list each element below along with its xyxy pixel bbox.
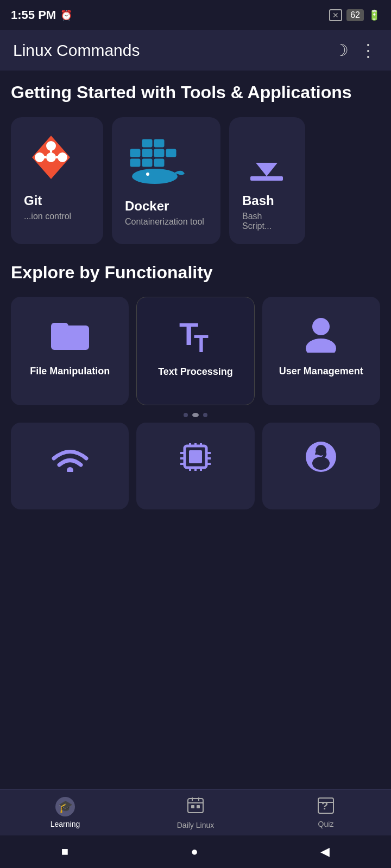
svg-rect-50	[191, 805, 194, 808]
func-card-network[interactable]	[11, 423, 129, 509]
stop-button[interactable]: ■	[61, 845, 68, 859]
docker-desc: Containerization tool	[125, 217, 204, 227]
func-card-text-processing[interactable]: T T Text Processing	[136, 297, 254, 405]
docker-icon	[125, 130, 190, 190]
tool-card-docker[interactable]: Docker Containerization tool	[112, 117, 220, 244]
svg-point-44	[316, 445, 326, 456]
battery-x-icon: ✕	[329, 9, 342, 21]
nav-item-learning[interactable]: 🎓 Learning	[0, 797, 130, 828]
learning-active-indicator: 🎓	[55, 797, 75, 816]
status-time: 1:55 PM	[11, 8, 56, 22]
learning-icon: 🎓	[58, 800, 73, 814]
dark-mode-icon[interactable]: ☽	[334, 41, 349, 60]
back-button[interactable]: ◀	[320, 845, 330, 859]
svg-rect-22	[51, 323, 68, 334]
explore-section: Explore by Functionality File Manipulati…	[11, 261, 380, 510]
learning-label: Learning	[51, 820, 80, 828]
tool-card-bash[interactable]: Bash Bash Script...	[229, 117, 305, 244]
dot-2	[192, 413, 199, 417]
docker-name: Docker	[125, 199, 169, 214]
android-nav-bar: ■ ● ◀	[0, 835, 391, 868]
explore-title: Explore by Functionality	[11, 261, 380, 284]
status-icons: ✕ 62 🔋	[329, 9, 380, 21]
app-bar-actions: ☽ ⋮	[334, 40, 378, 61]
func-card-file-manipulation[interactable]: File Manipulation	[11, 297, 129, 405]
text-processing-icon: T T	[176, 312, 215, 356]
nav-item-quiz[interactable]: ? Quiz	[261, 797, 391, 828]
svg-point-27	[67, 467, 73, 472]
status-bar: 1:55 PM ⏰ ✕ 62 🔋	[0, 0, 391, 30]
svg-rect-29	[189, 450, 202, 463]
svg-rect-8	[130, 149, 140, 157]
dot-1	[184, 413, 188, 417]
func-card-user-management[interactable]: User Management	[262, 297, 380, 405]
folder-icon	[51, 312, 89, 355]
git-icon	[24, 130, 78, 184]
cpu-icon	[176, 438, 215, 476]
help-icon: ?	[302, 438, 340, 476]
svg-text:?: ?	[321, 800, 328, 812]
svg-rect-46	[188, 799, 203, 813]
svg-point-17	[132, 169, 178, 184]
svg-rect-10	[154, 149, 164, 157]
svg-rect-16	[130, 159, 140, 167]
more-options-icon[interactable]: ⋮	[360, 40, 378, 61]
alarm-icon: ⏰	[60, 9, 72, 21]
quiz-icon: ?	[317, 797, 335, 816]
tools-scroll: Git ...ion control	[11, 117, 380, 244]
svg-rect-9	[142, 149, 152, 157]
tool-card-git[interactable]: Git ...ion control	[11, 117, 103, 244]
app-bar: Linux Commands ☽ ⋮	[0, 30, 391, 71]
func-card-help[interactable]: ?	[262, 423, 380, 509]
bash-desc: Bash Script...	[242, 212, 292, 231]
user-management-icon	[302, 312, 340, 355]
svg-rect-7	[46, 141, 56, 151]
app-title: Linux Commands	[13, 41, 140, 60]
git-desc: ...ion control	[24, 212, 71, 221]
svg-point-45	[312, 457, 330, 470]
main-content: Getting Started with Tools & Application…	[0, 71, 391, 509]
svg-text:T: T	[194, 330, 209, 353]
git-name: Git	[24, 193, 42, 208]
svg-rect-15	[142, 159, 152, 167]
text-processing-label: Text Processing	[158, 366, 233, 378]
svg-point-18	[146, 173, 149, 176]
svg-point-26	[306, 339, 336, 353]
scroll-dots	[11, 413, 380, 417]
bottom-nav: 🎓 Learning Daily Linux ? Quiz	[0, 789, 391, 835]
svg-rect-12	[154, 139, 164, 147]
svg-rect-11	[142, 139, 152, 147]
battery-icon: 🔋	[368, 9, 380, 21]
svg-marker-19	[256, 138, 278, 176]
dot-3	[203, 413, 207, 417]
file-manipulation-label: File Manipulation	[30, 365, 110, 378]
svg-rect-20	[250, 176, 283, 181]
svg-rect-1	[46, 152, 56, 162]
func-card-system-info[interactable]	[136, 423, 254, 509]
svg-rect-13	[166, 149, 176, 157]
daily-linux-icon	[187, 796, 204, 818]
svg-rect-14	[154, 159, 164, 167]
func-grid-row1: File Manipulation T T Text Processing	[11, 297, 380, 405]
quiz-label: Quiz	[318, 820, 334, 828]
nav-item-daily-linux[interactable]: Daily Linux	[130, 796, 261, 829]
battery-level: 62	[346, 9, 364, 21]
daily-linux-label: Daily Linux	[177, 821, 214, 829]
getting-started-title: Getting Started with Tools & Application…	[11, 81, 380, 104]
user-management-label: User Management	[279, 365, 363, 378]
bash-icon	[242, 130, 291, 184]
bash-name: Bash	[242, 193, 274, 208]
svg-point-25	[312, 318, 330, 335]
svg-rect-51	[197, 805, 200, 808]
func-grid-row2: ?	[11, 423, 380, 509]
wifi-icon	[51, 438, 89, 476]
home-button[interactable]: ●	[191, 845, 198, 859]
